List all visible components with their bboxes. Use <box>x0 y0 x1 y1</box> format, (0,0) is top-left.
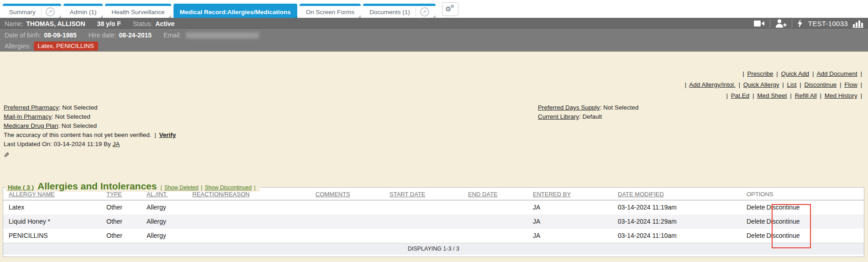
add-allergy-intol-link[interactable]: Add Allergy/Intol. <box>689 81 735 88</box>
allergies-badge[interactable]: Latex, PENICILLINS <box>34 42 98 51</box>
col-header-al-int[interactable]: AL./INT. <box>147 191 168 198</box>
table-row: PENICILLINS Other Allergy JA 03-14-2024 … <box>3 229 864 243</box>
allergy-name-cell: Liquid Honey * <box>3 215 105 229</box>
med-sheet-link[interactable]: Med Sheet <box>757 92 787 99</box>
add-person-icon[interactable] <box>775 19 787 28</box>
popout-icon[interactable]: ↗ <box>420 7 429 16</box>
medicare-drug-plan-row: Medicare Drug Plan: Not Selected <box>4 121 176 131</box>
date-modified-cell: 03-14-2024 11:29am <box>616 215 745 229</box>
col-header-reaction-reason[interactable]: REACTION/REASON <box>192 191 250 198</box>
discontinue-row-button[interactable]: Discontinue <box>766 232 800 239</box>
list-link[interactable]: List <box>787 81 797 88</box>
tab-medical-record-allergies-medications[interactable]: Medical Record:Allergies/Medications <box>174 4 297 18</box>
popout-icon[interactable]: ↗ <box>46 7 55 16</box>
entered-by-cell: JA <box>531 200 616 215</box>
tab-label: Documents (1) <box>369 9 410 16</box>
tab-label: Summary <box>9 9 36 16</box>
lightning-bolt-icon[interactable] <box>797 19 803 28</box>
gear-icon: ⚙ <box>450 4 454 9</box>
tab-on-screen-forms[interactable]: On Screen Forms <box>300 4 361 18</box>
flow-link[interactable]: Flow <box>844 81 857 88</box>
pharmacy-info: Preferred Pharmacy: Not Selected Mail-In… <box>4 103 176 160</box>
med-history-link[interactable]: Med History <box>825 92 857 99</box>
mail-in-pharmacy-value: Not Selected <box>55 113 90 120</box>
quick-allergy-link[interactable]: Quick Allergy <box>743 81 779 88</box>
edit-pencil-icon[interactable]: ✎ <box>4 151 10 160</box>
mail-in-pharmacy-link[interactable]: Mail-In Pharmacy <box>4 113 52 120</box>
verify-link[interactable]: Verify <box>159 131 176 138</box>
end-date-cell <box>466 229 531 243</box>
video-camera-icon[interactable] <box>754 20 765 27</box>
current-library-row: Current Library: Default <box>538 112 639 121</box>
reaction-cell <box>190 215 314 229</box>
table-footer-row: DISPLAYING 1-3 / 3 <box>3 243 864 255</box>
allergies-panel-legend: Hide ( 3 ) Allergies and Intolerances | … <box>5 181 260 192</box>
col-header-start-date[interactable]: START DATE <box>389 191 426 198</box>
type-cell: Other <box>105 215 145 229</box>
hire-date-label: Hire date: <box>89 31 116 39</box>
main-tab-bar: Summary ↗ Admin (1) Health Surveillance … <box>0 0 868 18</box>
prescribe-link[interactable]: Prescribe <box>747 70 773 77</box>
action-links: | Prescribe | Quick Add | Add Document |… <box>684 68 863 101</box>
quick-add-link[interactable]: Quick Add <box>781 70 810 77</box>
dob-label: Date of birth: <box>5 31 41 39</box>
refill-all-link[interactable]: Refill All <box>795 92 817 99</box>
hide-section-link[interactable]: Hide ( 3 ) <box>8 184 34 191</box>
start-date-cell <box>388 215 466 229</box>
comments-cell <box>314 229 388 243</box>
preferred-pharmacy-row: Preferred Pharmacy: Not Selected <box>4 103 176 112</box>
tab-documents[interactable]: Documents (1) ↗ <box>363 4 436 18</box>
patient-header-toolbar: TEST-10033 <box>754 19 863 28</box>
status-label: Status: <box>133 20 153 27</box>
mail-in-pharmacy-row: Mail-In Pharmacy: Not Selected <box>4 112 176 121</box>
delete-row-button[interactable]: Delete <box>747 218 765 225</box>
entered-by-cell: JA <box>531 215 616 229</box>
reaction-cell <box>190 229 314 243</box>
preferred-pharmacy-link[interactable]: Preferred Pharmacy <box>4 104 59 111</box>
al-int-cell: Allergy <box>145 200 190 215</box>
current-library-link[interactable]: Current Library <box>538 113 579 120</box>
col-header-entered-by[interactable]: ENTERED BY <box>533 191 571 198</box>
preferred-days-supply-link[interactable]: Preferred Days Supply <box>538 104 600 111</box>
col-header-type[interactable]: TYPE <box>106 191 122 198</box>
allergies-label: Allergies: <box>5 42 31 50</box>
col-header-allergy-name[interactable]: ALLERGY NAME <box>9 191 55 198</box>
settings-button[interactable]: ⚙ ⚙ <box>442 2 458 16</box>
library-info: Preferred Days Supply: Not Selected Curr… <box>538 103 639 121</box>
show-discontinued-link[interactable]: Show Discontinued <box>205 184 252 191</box>
bar-chart-icon[interactable] <box>852 19 863 28</box>
toolbar-divider <box>770 20 770 28</box>
displaying-count: DISPLAYING 1-3 / 3 <box>3 243 864 255</box>
medicare-drug-plan-link[interactable]: Medicare Drug Plan <box>4 122 58 129</box>
patient-age-sex: 38 y/o F <box>97 20 121 27</box>
action-links-line-3: | Pat.Ed | Med Sheet | Refill All | Med … <box>684 90 863 101</box>
tab-health-surveillance[interactable]: Health Surveillance <box>105 4 171 18</box>
start-date-cell <box>388 229 466 243</box>
col-header-date-modified[interactable]: DATE MODIFIED <box>618 191 664 198</box>
patient-dob: 08-09-1985 <box>44 31 77 39</box>
tab-summary[interactable]: Summary ↗ <box>3 4 61 18</box>
add-document-link[interactable]: Add Document <box>816 70 857 77</box>
by-label: By <box>104 141 111 147</box>
show-deleted-link[interactable]: Show Deleted <box>164 184 199 191</box>
patient-header-row-2: Date of birth: 08-09-1985 Hire date: 08-… <box>0 30 868 41</box>
preferred-days-supply-value: Not Selected <box>603 104 638 111</box>
pat-ed-link[interactable]: Pat.Ed <box>731 92 750 99</box>
tab-divider <box>41 7 42 16</box>
type-cell: Other <box>105 200 145 215</box>
name-label: Name: <box>5 20 23 27</box>
patient-hire-date: 08-24-2015 <box>119 31 152 39</box>
col-header-end-date[interactable]: END DATE <box>468 191 498 198</box>
col-header-comments[interactable]: COMMENTS <box>316 191 350 198</box>
record-id: TEST-10033 <box>808 20 848 27</box>
updated-by-user-link[interactable]: JA <box>112 141 120 147</box>
discontinue-link[interactable]: Discontinue <box>805 81 837 88</box>
delete-row-button[interactable]: Delete <box>747 204 765 211</box>
tab-label: On Screen Forms <box>306 9 355 16</box>
last-updated-row: Last Updated On: 03-14-2024 11:19 By JA <box>4 140 176 149</box>
tab-admin[interactable]: Admin (1) <box>63 4 103 18</box>
delete-row-button[interactable]: Delete <box>747 232 765 239</box>
tab-label: Medical Record:Allergies/Medications <box>180 9 291 16</box>
discontinue-row-button[interactable]: Discontinue <box>766 204 800 211</box>
discontinue-row-button[interactable]: Discontinue <box>766 218 800 225</box>
